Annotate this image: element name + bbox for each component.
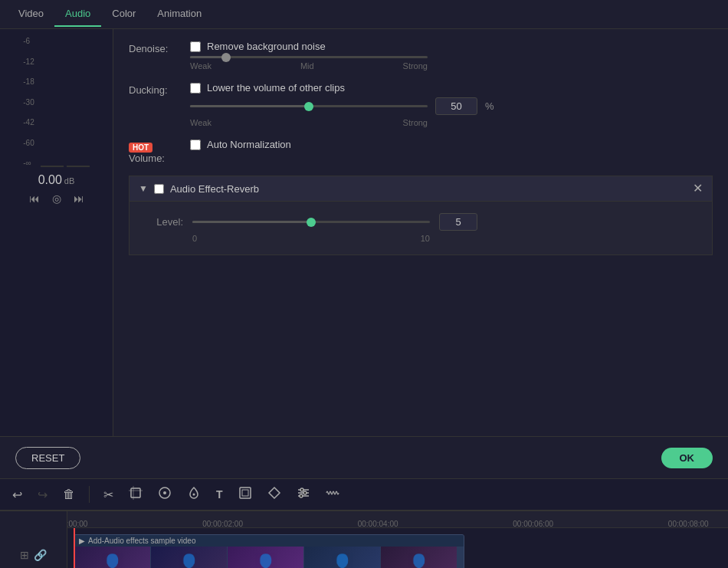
svg-point-13 [300,494,303,497]
denoise-label-mid: Mid [300,61,314,71]
delete-btn[interactable]: 🗑 [58,484,80,504]
color-icon [187,486,201,503]
tab-video[interactable]: Video [8,2,54,27]
effect-level-input[interactable] [439,213,477,231]
clip-thumb-3: 👤 [228,547,304,568]
denoise-slider-track[interactable] [190,56,428,58]
denoise-content: Remove background noise Weak Mid Strong [190,41,713,71]
waveform-icon [326,486,339,503]
tabs-bar: Video Audio Color Animation [0,0,728,29]
tab-audio[interactable]: Audio [54,2,101,27]
sliders-icon [297,486,310,503]
fullscreen-icon [238,486,252,503]
timeline-left-controls: ⊞ 🔗 [0,547,67,563]
denoise-slider-labels: Weak Mid Strong [190,61,428,71]
effect-collapse-btn[interactable]: ▼ [139,183,148,194]
clip-thumb-5: 👤 [381,547,457,568]
thumb-inner-5: 👤 [381,547,457,568]
meter-bar-right [67,166,90,167]
effect-header-left: ▼ Audio Effect-Reverb [139,183,259,195]
reset-button[interactable]: RESET [15,447,80,469]
speed-icon [158,486,172,503]
effect-section: ▼ Audio Effect-Reverb ✕ Level: [129,176,713,255]
db-label-minus30: -30 [23,98,34,107]
thumb-inner-3: 👤 [228,547,303,568]
svg-point-4 [163,491,166,494]
ducking-slider-thumb[interactable] [304,102,313,111]
add-track-icon[interactable]: ⊞ [20,549,29,561]
redo-icon: ↪ [38,488,48,502]
denoise-checkbox-label: Remove background noise [207,41,326,52]
db-value: 0.00dB [38,173,75,187]
denoise-row: Denoise: Remove background noise Weak Mi… [129,41,713,71]
meter-skip-start-btn[interactable]: ⏮ [26,191,43,206]
effect-slider-track[interactable] [192,221,430,223]
crop-btn[interactable] [124,483,147,506]
ducking-checkbox-row: Lower the volume of other clips [190,82,713,94]
volume-label: HOT Volume: [129,139,190,164]
cut-btn[interactable]: ✂ [99,484,118,505]
person-silhouette-4: 👤 [332,553,353,569]
svg-point-12 [303,491,307,494]
effect-slider-fill [192,221,311,223]
volume-label-text: Volume: [129,153,165,164]
ducking-checkbox[interactable] [190,83,201,94]
tab-animation[interactable]: Animation [146,2,212,27]
meter-reset-btn[interactable]: ◎ [49,191,64,206]
link-icon[interactable]: 🔗 [34,549,47,561]
main-area: -6 -12 -18 -30 -42 -60 -∞ 0.00dB ⏮ [0,29,728,436]
effect-close-btn[interactable]: ✕ [693,182,703,195]
effect-body: Level: 0 10 [130,202,712,254]
toolbar: ↩ ↪ 🗑 ✂ T [0,478,728,511]
hot-badge: HOT [129,143,152,153]
thumb-inner-4: 👤 [304,547,380,568]
db-label-minusinf: -∞ [23,159,34,167]
denoise-label-strong: Strong [403,61,428,71]
clip-thumb-1: 👤 [74,547,151,568]
fullscreen-btn[interactable] [234,483,257,506]
svg-rect-0 [131,488,140,497]
scissors-icon: ✂ [103,488,113,502]
denoise-checkbox[interactable] [190,41,201,52]
playhead[interactable] [74,528,75,568]
denoise-slider-thumb[interactable] [221,53,231,62]
waveform-btn[interactable] [321,483,344,506]
volume-checkbox-row: Auto Normalization [190,139,713,150]
redo-btn[interactable]: ↪ [33,484,52,505]
tab-color[interactable]: Color [101,2,146,27]
speed-btn[interactable] [153,483,176,506]
timeline-ruler: 00:00:00:00 00:00:02:00 00:00:04:00 00:0… [67,511,728,528]
volume-content: Auto Normalization [190,139,713,154]
video-clip[interactable]: ▶ Add-Audio effects sample video 👤 👤 [74,534,464,568]
ducking-percent-input[interactable] [435,97,477,115]
volume-checkbox[interactable] [190,140,201,150]
undo-btn[interactable]: ↩ [8,484,27,505]
meter-skip-end-btn[interactable]: ⏭ [71,191,87,206]
timeline-track-area: ▶ Add-Audio effects sample video 👤 👤 [67,528,728,568]
ducking-slider-row: % [190,97,713,115]
filter-btn[interactable] [263,483,286,506]
timeline-right: 00:00:00:00 00:00:02:00 00:00:04:00 00:0… [67,511,728,568]
trash-icon: 🗑 [63,488,75,501]
text-overlay-btn[interactable]: T [212,485,228,504]
denoise-label-weak: Weak [190,61,212,71]
ok-button[interactable]: OK [661,448,713,468]
volume-row: HOT Volume: Auto Normalization [129,139,713,164]
ducking-label-weak: Weak [190,118,212,127]
effect-slider-thumb[interactable] [307,218,316,227]
ruler-mark-2: 00:00:02:00 [202,520,243,528]
ruler-mark-0: 00:00:00:00 [67,520,87,528]
meter-container: -6 -12 -18 -30 -42 -60 -∞ [23,37,89,167]
effect-checkbox[interactable] [154,184,164,194]
effect-title: Audio Effect-Reverb [170,183,259,195]
clip-thumbnails: 👤 👤 👤 👤 [74,547,464,568]
ducking-slider-track[interactable] [190,105,428,107]
audio-filter-btn[interactable] [292,483,315,506]
volume-checkbox-label: Auto Normalization [207,139,291,150]
denoise-checkbox-row: Remove background noise [190,41,713,52]
effect-level-row: Level: [145,213,697,231]
ducking-label-strong: Strong [403,118,428,127]
db-labels: -6 -12 -18 -30 -42 -60 -∞ [23,37,34,167]
color-btn[interactable] [182,483,205,506]
denoise-label: Denoise: [129,41,190,54]
